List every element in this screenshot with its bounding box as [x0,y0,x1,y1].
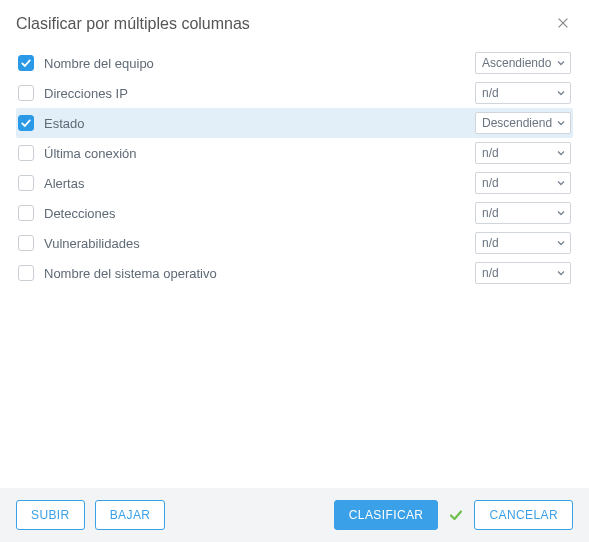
sort-order-select[interactable]: n/d [475,142,571,164]
column-row[interactable]: EstadoDescendiendo [16,108,573,138]
column-row[interactable]: Nombre del sistema operativon/d [16,258,573,288]
column-checkbox[interactable] [18,205,34,221]
column-checkbox[interactable] [18,145,34,161]
dialog-title: Clasificar por múltiples columnas [16,15,250,33]
column-row-left: Alertas [18,175,84,191]
dialog-footer: SUBIR BAJAR CLASIFICAR CANCELAR [0,488,589,542]
column-checkbox[interactable] [18,85,34,101]
classify-button[interactable]: CLASIFICAR [334,500,439,530]
column-checkbox[interactable] [18,235,34,251]
sort-order-select[interactable]: n/d [475,232,571,254]
column-label: Direcciones IP [44,86,128,101]
column-checkbox[interactable] [18,115,34,131]
move-up-button[interactable]: SUBIR [16,500,85,530]
column-label: Nombre del sistema operativo [44,266,217,281]
sort-order-select-wrap: Ascendiendo [475,52,571,74]
column-checkbox[interactable] [18,265,34,281]
column-checkbox[interactable] [18,175,34,191]
close-icon [556,16,570,33]
column-row[interactable]: Nombre del equipoAscendiendo [16,48,573,78]
success-check-icon [448,507,464,523]
sort-order-select[interactable]: Descendiendo [475,112,571,134]
sort-order-select-wrap: Descendiendo [475,112,571,134]
column-checkbox[interactable] [18,55,34,71]
column-label: Nombre del equipo [44,56,154,71]
cancel-button[interactable]: CANCELAR [474,500,573,530]
column-row-left: Vulnerabilidades [18,235,140,251]
column-row[interactable]: Direcciones IPn/d [16,78,573,108]
sort-order-select-wrap: n/d [475,202,571,224]
footer-right: CLASIFICAR CANCELAR [334,500,573,530]
column-row-left: Nombre del sistema operativo [18,265,217,281]
column-label: Detecciones [44,206,116,221]
close-button[interactable] [553,14,573,34]
column-label: Estado [44,116,84,131]
column-row-left: Direcciones IP [18,85,128,101]
sort-order-select-wrap: n/d [475,262,571,284]
sort-order-select-wrap: n/d [475,172,571,194]
column-row[interactable]: Deteccionesn/d [16,198,573,228]
column-label: Vulnerabilidades [44,236,140,251]
column-label: Última conexión [44,146,137,161]
column-row-left: Nombre del equipo [18,55,154,71]
sort-order-select[interactable]: Ascendiendo [475,52,571,74]
sort-dialog: Clasificar por múltiples columnas Nombre… [0,0,589,542]
columns-list: Nombre del equipoAscendiendoDirecciones … [0,44,589,488]
move-down-button[interactable]: BAJAR [95,500,166,530]
sort-order-select-wrap: n/d [475,232,571,254]
column-row-left: Estado [18,115,84,131]
sort-order-select-wrap: n/d [475,82,571,104]
sort-order-select-wrap: n/d [475,142,571,164]
column-row[interactable]: Última conexiónn/d [16,138,573,168]
column-row[interactable]: Alertasn/d [16,168,573,198]
dialog-header: Clasificar por múltiples columnas [0,0,589,44]
column-row-left: Última conexión [18,145,137,161]
column-label: Alertas [44,176,84,191]
sort-order-select[interactable]: n/d [475,82,571,104]
sort-order-select[interactable]: n/d [475,172,571,194]
column-row-left: Detecciones [18,205,116,221]
sort-order-select[interactable]: n/d [475,202,571,224]
sort-order-select[interactable]: n/d [475,262,571,284]
column-row[interactable]: Vulnerabilidadesn/d [16,228,573,258]
footer-left: SUBIR BAJAR [16,500,165,530]
